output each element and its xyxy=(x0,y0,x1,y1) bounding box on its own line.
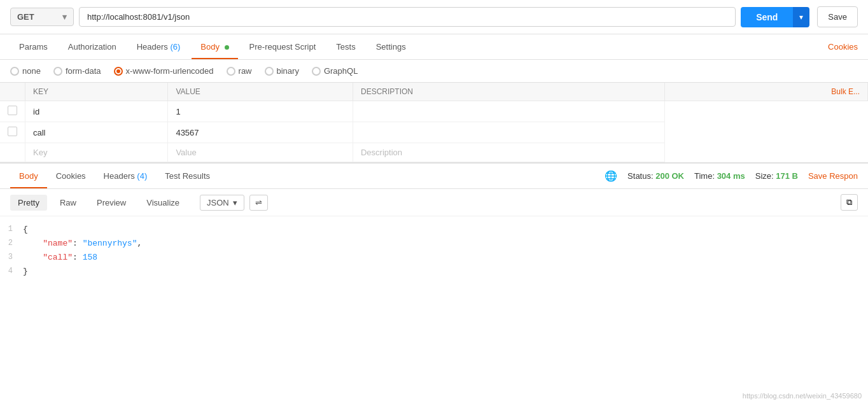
col-value: VALUE xyxy=(168,83,353,101)
row3-key-placeholder[interactable]: Key xyxy=(25,143,168,162)
radio-form-data[interactable]: form-data xyxy=(53,66,101,76)
fmt-tab-visualize[interactable]: Visualize xyxy=(139,195,187,211)
globe-icon: 🌐 xyxy=(605,170,617,182)
send-button[interactable]: Send xyxy=(741,7,793,27)
tab-headers[interactable]: Headers (6) xyxy=(128,34,190,59)
radio-none[interactable]: none xyxy=(10,66,41,76)
size-value: 171 B xyxy=(776,171,798,181)
tab-body[interactable]: Body xyxy=(192,34,237,59)
col-check xyxy=(0,83,25,101)
tab-authorization[interactable]: Authorization xyxy=(59,34,125,59)
body-type-row: none form-data x-www-form-urlencoded raw… xyxy=(0,60,868,83)
time-value: 304 ms xyxy=(717,171,745,181)
size-label: Size: 171 B xyxy=(755,171,798,181)
radio-circle-none xyxy=(10,67,19,76)
table-row: id 1 xyxy=(0,101,868,122)
row3-value-placeholder[interactable]: Value xyxy=(168,143,353,162)
radio-circle-raw xyxy=(227,67,235,76)
table-row-placeholder: Key Value Description xyxy=(0,143,868,162)
row2-description[interactable] xyxy=(353,122,664,143)
tab-tests[interactable]: Tests xyxy=(327,34,364,59)
save-button[interactable]: Save xyxy=(817,6,858,27)
radio-circle-form-data xyxy=(53,67,62,76)
tab-params[interactable]: Params xyxy=(10,34,57,59)
copy-icon: ⧉ xyxy=(846,197,852,207)
save-response-button[interactable]: Save Respon xyxy=(808,171,858,181)
json-format-select[interactable]: JSON ▾ xyxy=(200,195,244,211)
col-bulk[interactable]: Bulk E... xyxy=(664,83,867,101)
status-value: 200 OK xyxy=(655,171,684,181)
wrap-button[interactable]: ⇌ xyxy=(249,195,268,211)
fmt-tab-raw[interactable]: Raw xyxy=(52,195,84,211)
resp-tab-headers[interactable]: Headers (4) xyxy=(95,164,157,188)
response-code-view: 1 { 2 "name": "bennyrhys", 3 "call": 158… xyxy=(0,216,868,279)
resp-tab-cookies[interactable]: Cookies xyxy=(47,164,95,188)
tab-cookies[interactable]: Cookies xyxy=(828,34,858,59)
send-btn-group: Send ▾ xyxy=(741,7,809,27)
code-line-3: 3 "call": 158 xyxy=(0,251,858,265)
json-select-chevron-icon: ▾ xyxy=(233,198,237,207)
url-bar: GET ▾ Send ▾ Save xyxy=(0,0,868,34)
radio-raw[interactable]: raw xyxy=(227,66,252,76)
method-label: GET xyxy=(17,12,34,22)
send-dropdown-button[interactable]: ▾ xyxy=(793,7,809,27)
params-table: KEY VALUE DESCRIPTION Bulk E... id 1 cal… xyxy=(0,83,868,162)
method-chevron-icon: ▾ xyxy=(62,12,67,22)
row1-checkbox[interactable] xyxy=(8,106,17,115)
row2-check-cell[interactable] xyxy=(0,122,25,143)
code-line-2: 2 "name": "bennyrhys", xyxy=(0,237,858,251)
resp-tab-body[interactable]: Body xyxy=(10,164,47,188)
col-description: DESCRIPTION xyxy=(353,83,664,101)
response-format-bar: Pretty Raw Preview Visualize JSON ▾ ⇌ ⧉ xyxy=(0,189,868,216)
row2-value[interactable]: 43567 xyxy=(168,122,353,143)
row3-check-cell xyxy=(0,143,25,162)
radio-graphql[interactable]: GraphQL xyxy=(312,66,358,76)
copy-button[interactable]: ⧉ xyxy=(841,194,858,211)
row1-description[interactable] xyxy=(353,101,664,122)
radio-binary[interactable]: binary xyxy=(265,66,299,76)
body-active-dot xyxy=(225,45,229,50)
fmt-tab-preview[interactable]: Preview xyxy=(89,195,134,211)
tab-settings[interactable]: Settings xyxy=(367,34,415,59)
radio-circle-urlencoded xyxy=(114,67,123,76)
fmt-tab-pretty[interactable]: Pretty xyxy=(10,195,47,211)
response-status-area: 🌐 Status: 200 OK Time: 304 ms Size: 171 … xyxy=(605,170,858,182)
row2-checkbox[interactable] xyxy=(8,127,17,136)
row1-check-cell[interactable] xyxy=(0,101,25,122)
time-label: Time: 304 ms xyxy=(694,171,745,181)
code-line-4: 4 } xyxy=(0,265,858,279)
response-tabs-bar: Body Cookies Headers (4) Test Results 🌐 … xyxy=(0,162,868,189)
url-input[interactable] xyxy=(79,7,736,27)
resp-tab-test-results[interactable]: Test Results xyxy=(156,164,219,188)
method-select[interactable]: GET ▾ xyxy=(10,8,74,26)
request-tab-nav: Params Authorization Headers (6) Body Pr… xyxy=(0,34,868,60)
wrap-icon: ⇌ xyxy=(255,198,262,207)
status-label: Status: 200 OK xyxy=(627,171,684,181)
code-line-1: 1 { xyxy=(0,223,858,237)
row2-key[interactable]: call xyxy=(25,122,168,143)
table-row: call 43567 xyxy=(0,122,868,143)
col-key: KEY xyxy=(25,83,168,101)
row1-key[interactable]: id xyxy=(25,101,168,122)
row1-value[interactable]: 1 xyxy=(168,101,353,122)
radio-x-www-form-urlencoded[interactable]: x-www-form-urlencoded xyxy=(114,66,214,76)
tab-pre-request-script[interactable]: Pre-request Script xyxy=(241,34,325,59)
radio-circle-binary xyxy=(265,67,274,76)
row3-description-placeholder[interactable]: Description xyxy=(353,143,664,162)
radio-circle-graphql xyxy=(312,67,321,76)
